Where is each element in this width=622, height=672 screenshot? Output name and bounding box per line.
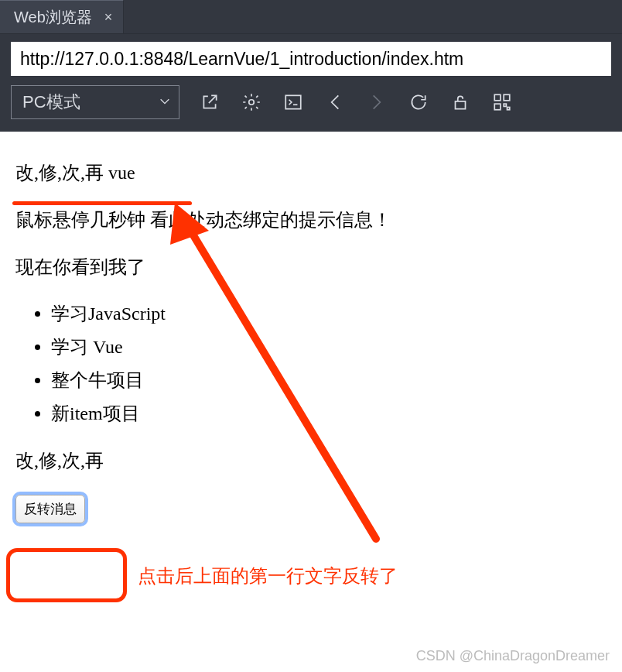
svg-rect-5 xyxy=(494,104,501,110)
url-bar-row: http://127.0.0.1:8848/LearnVue/1_introdu… xyxy=(0,34,622,85)
lock-icon[interactable] xyxy=(450,92,470,112)
svg-rect-1 xyxy=(285,95,301,108)
svg-rect-7 xyxy=(508,108,510,110)
svg-rect-2 xyxy=(456,101,466,109)
toolbar: PC模式 xyxy=(0,85,622,132)
tab-bar: Web浏览器 × xyxy=(0,0,622,34)
refresh-icon[interactable] xyxy=(408,92,429,112)
watermark: CSDN @ChinaDragonDreamer xyxy=(416,648,610,664)
rendered-page: 改,修,次,再 vue 鼠标悬停几秒钟 看此处动态绑定的提示信息！ 现在你看到我… xyxy=(0,132,622,559)
svg-rect-3 xyxy=(494,94,501,101)
todo-list: 学习JavaScript 学习 Vue 整个牛项目 新item项目 xyxy=(15,300,607,427)
chevron-down-icon xyxy=(159,92,171,112)
back-icon[interactable] xyxy=(325,92,345,112)
close-icon[interactable]: × xyxy=(100,9,118,26)
list-item: 新item项目 xyxy=(51,400,607,427)
mode-select[interactable]: PC模式 xyxy=(11,85,179,119)
toolbar-icons xyxy=(200,92,512,112)
tab-web-browser[interactable]: Web浏览器 × xyxy=(0,0,124,33)
list-item: 学习JavaScript xyxy=(51,300,607,327)
pop-out-icon[interactable] xyxy=(200,92,220,112)
svg-rect-4 xyxy=(504,94,510,101)
text-line-2: 鼠标悬停几秒钟 看此处动态绑定的提示信息！ xyxy=(15,207,607,234)
text-line-3: 现在你看到我了 xyxy=(15,254,607,281)
reverse-button[interactable]: 反转消息 xyxy=(15,495,85,523)
text-line-1: 改,修,次,再 vue xyxy=(15,159,607,187)
tab-title: Web浏览器 xyxy=(14,7,92,28)
gear-icon[interactable] xyxy=(241,92,261,112)
browser-chrome: Web浏览器 × http://127.0.0.1:8848/LearnVue/… xyxy=(0,0,622,132)
mode-select-label: PC模式 xyxy=(22,91,80,114)
text-line-4: 改,修,次,再 xyxy=(15,447,607,475)
console-icon[interactable] xyxy=(283,92,303,112)
list-item: 整个牛项目 xyxy=(51,367,607,394)
annotation-text: 点击后上面的第一行文字反转了 xyxy=(138,564,398,588)
svg-rect-6 xyxy=(504,104,506,106)
qr-icon[interactable] xyxy=(492,92,512,112)
list-item: 学习 Vue xyxy=(51,334,607,361)
url-input[interactable]: http://127.0.0.1:8848/LearnVue/1_introdu… xyxy=(11,42,611,76)
forward-icon xyxy=(367,92,387,112)
svg-point-0 xyxy=(249,100,255,105)
